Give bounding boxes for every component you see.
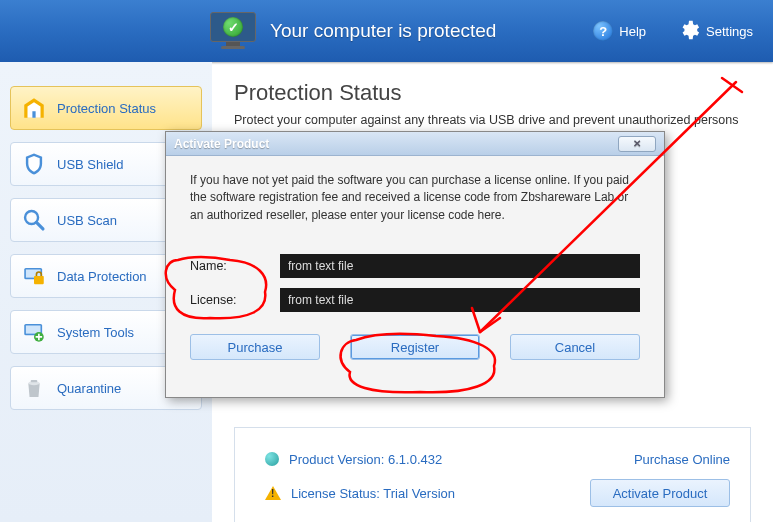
license-input[interactable] bbox=[280, 288, 640, 312]
tools-monitor-icon bbox=[21, 319, 47, 345]
product-version-label: Product Version: 6.1.0.432 bbox=[289, 452, 442, 467]
help-label: Help bbox=[619, 24, 646, 39]
protected-monitor-icon: ✓ bbox=[210, 12, 256, 50]
cancel-button[interactable]: Cancel bbox=[510, 334, 640, 360]
warning-icon bbox=[265, 486, 281, 500]
header-title: Your computer is protected bbox=[270, 20, 496, 42]
license-field-label: License: bbox=[190, 293, 280, 307]
activate-product-dialog: Activate Product ✕ If you have not yet p… bbox=[165, 131, 665, 398]
sidebar-item-label: System Tools bbox=[57, 325, 134, 340]
page-title: Protection Status bbox=[234, 80, 751, 106]
svg-rect-4 bbox=[34, 276, 44, 284]
magnifier-icon bbox=[21, 207, 47, 233]
dialog-titlebar: Activate Product ✕ bbox=[166, 132, 664, 156]
trash-icon bbox=[21, 375, 47, 401]
register-button[interactable]: Register bbox=[350, 334, 480, 360]
svg-line-1 bbox=[36, 222, 43, 229]
shield-icon bbox=[21, 151, 47, 177]
purchase-online-link[interactable]: Purchase Online bbox=[634, 452, 730, 467]
sidebar-item-label: Quarantine bbox=[57, 381, 121, 396]
header: ✓ Your computer is protected ? Help Sett… bbox=[0, 0, 773, 62]
settings-link[interactable]: Settings bbox=[678, 19, 753, 44]
sidebar-item-protection-status[interactable]: Protection Status bbox=[10, 86, 202, 130]
purchase-button[interactable]: Purchase bbox=[190, 334, 320, 360]
product-info-box: Product Version: 6.1.0.432 Purchase Onli… bbox=[234, 427, 751, 522]
name-input[interactable] bbox=[280, 254, 640, 278]
activate-product-button[interactable]: Activate Product bbox=[590, 479, 730, 507]
help-icon: ? bbox=[593, 21, 613, 41]
version-dot-icon bbox=[265, 452, 279, 466]
home-shield-icon bbox=[21, 95, 47, 121]
sidebar-item-label: Data Protection bbox=[57, 269, 147, 284]
lock-monitor-icon bbox=[21, 263, 47, 289]
settings-label: Settings bbox=[706, 24, 753, 39]
sidebar-item-label: USB Scan bbox=[57, 213, 117, 228]
gear-icon bbox=[678, 19, 700, 44]
svg-rect-9 bbox=[31, 380, 38, 382]
help-link[interactable]: ? Help bbox=[593, 21, 646, 41]
sidebar-item-label: Protection Status bbox=[57, 101, 156, 116]
license-status-label: License Status: Trial Version bbox=[291, 486, 455, 501]
sidebar-item-label: USB Shield bbox=[57, 157, 123, 172]
dialog-title: Activate Product bbox=[174, 137, 269, 151]
dialog-message: If you have not yet paid the software yo… bbox=[190, 172, 640, 224]
name-field-label: Name: bbox=[190, 259, 280, 273]
dialog-close-button[interactable]: ✕ bbox=[618, 136, 656, 152]
close-icon: ✕ bbox=[633, 138, 641, 149]
